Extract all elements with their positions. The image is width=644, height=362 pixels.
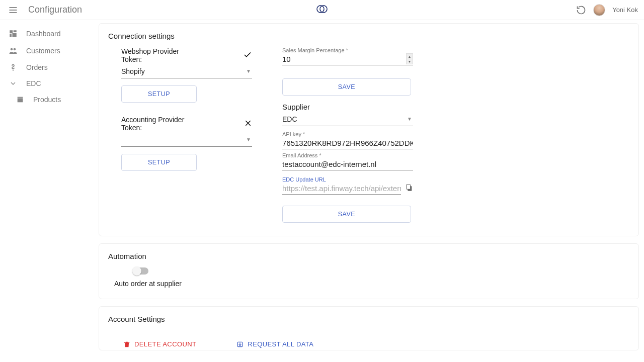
- sidebar-item-label: EDC: [26, 79, 41, 87]
- auto-order-toggle[interactable]: [133, 267, 148, 275]
- delete-account-label: DELETE ACCOUNT: [134, 340, 196, 348]
- svg-point-9: [11, 48, 13, 51]
- sidebar-item-products[interactable]: Products: [0, 92, 99, 108]
- accounting-select[interactable]: ▼: [121, 132, 252, 147]
- webshop-value: Shopify: [121, 67, 145, 75]
- email-input[interactable]: [282, 158, 413, 170]
- sidebar: Dashboard Customers Orders EDC Products: [0, 20, 99, 362]
- email-label: Email Address: [282, 152, 413, 158]
- svg-rect-12: [18, 97, 23, 98]
- svg-rect-8: [13, 33, 17, 37]
- sales-margin-input[interactable]: [282, 53, 413, 65]
- products-icon: [15, 96, 25, 104]
- supplier-select[interactable]: EDC ▼: [282, 111, 413, 126]
- copy-icon: [405, 184, 413, 192]
- webshop-setup-button[interactable]: SETUP: [121, 85, 197, 103]
- sales-margin-save-button[interactable]: SAVE: [282, 78, 411, 96]
- sidebar-item-customers[interactable]: Customers: [0, 42, 99, 59]
- number-stepper[interactable]: ▲▼: [406, 53, 413, 64]
- svg-rect-5: [10, 30, 13, 33]
- svg-rect-6: [14, 30, 17, 32]
- download-icon: [236, 341, 244, 348]
- supplier-value: EDC: [282, 115, 297, 123]
- auto-order-label: Auto order at supplier: [114, 280, 629, 288]
- refresh-button[interactable]: [576, 5, 586, 15]
- sales-margin-label: Sales Margin Percentage: [282, 47, 413, 53]
- account-title: Account Settings: [108, 315, 629, 323]
- svg-point-10: [14, 48, 16, 51]
- sidebar-item-dashboard[interactable]: Dashboard: [0, 25, 99, 42]
- sidebar-item-label: Customers: [26, 47, 60, 55]
- username: Yoni Kok: [612, 6, 638, 14]
- webshop-label: Webshop Provider Token:: [121, 47, 182, 63]
- update-url-label: EDC Update URL: [282, 176, 413, 183]
- caret-down-icon: ▼: [246, 137, 251, 142]
- app-logo: [316, 3, 328, 17]
- copy-button[interactable]: [405, 184, 413, 194]
- sidebar-item-edc[interactable]: EDC: [0, 75, 99, 92]
- supplier-save-button[interactable]: SAVE: [282, 206, 411, 223]
- sidebar-item-label: Products: [33, 96, 61, 104]
- svg-rect-7: [10, 34, 12, 37]
- supplier-label: Supplier: [282, 103, 413, 111]
- request-data-label: REQUEST ALL DATA: [248, 340, 313, 348]
- accounting-label: Accounting Provider Token:: [121, 116, 187, 132]
- automation-title: Automation: [108, 252, 629, 260]
- avatar[interactable]: [593, 4, 605, 16]
- webshop-select[interactable]: Shopify ▼: [121, 63, 252, 78]
- caret-down-icon: ▼: [407, 116, 412, 122]
- api-key-label: API key: [282, 131, 413, 137]
- connection-card: Connection settings Webshop Provider Tok…: [99, 23, 639, 236]
- connection-title: Connection settings: [108, 32, 629, 40]
- check-icon: [243, 50, 252, 61]
- menu-button[interactable]: [6, 3, 20, 17]
- sidebar-item-label: Dashboard: [26, 30, 61, 38]
- request-data-button[interactable]: REQUEST ALL DATA: [236, 340, 313, 348]
- page-title: Configuration: [28, 5, 82, 15]
- trash-icon: [123, 341, 130, 348]
- dashboard-icon: [8, 29, 18, 38]
- update-url-input[interactable]: [282, 183, 401, 195]
- api-key-input[interactable]: [282, 137, 413, 149]
- svg-rect-16: [407, 185, 411, 189]
- refresh-icon: [576, 5, 586, 15]
- delete-account-button[interactable]: DELETE ACCOUNT: [123, 340, 196, 348]
- customers-icon: [8, 46, 18, 55]
- hamburger-icon: [8, 5, 18, 15]
- orders-icon: [8, 63, 18, 71]
- automation-card: Automation Auto order at supplier: [99, 243, 639, 299]
- chevron-down-icon: [8, 79, 18, 87]
- accounting-setup-button[interactable]: SETUP: [121, 154, 197, 171]
- svg-rect-11: [18, 98, 23, 102]
- close-icon: [244, 119, 252, 129]
- logo-icon: [316, 3, 328, 15]
- sidebar-item-orders[interactable]: Orders: [0, 59, 99, 75]
- account-card: Account Settings DELETE ACCOUNT REQUEST …: [99, 306, 639, 350]
- sidebar-item-label: Orders: [26, 63, 48, 71]
- caret-down-icon: ▼: [246, 68, 251, 74]
